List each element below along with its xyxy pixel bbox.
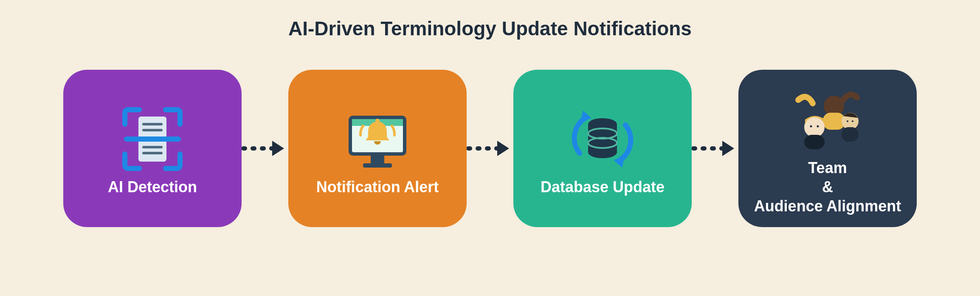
database-sync-icon bbox=[564, 101, 641, 177]
svg-rect-10 bbox=[371, 156, 384, 163]
step-label: Notification Alert bbox=[316, 177, 439, 196]
svg-point-26 bbox=[847, 120, 848, 122]
step-label: AI Detection bbox=[108, 177, 197, 196]
step-ai-detection: AI Detection bbox=[63, 70, 242, 227]
step-label: Team&Audience Alignment bbox=[754, 158, 901, 216]
svg-rect-21 bbox=[842, 127, 859, 142]
svg-point-24 bbox=[810, 125, 812, 127]
svg-rect-23 bbox=[804, 135, 825, 149]
team-icon bbox=[787, 82, 868, 158]
arrow-icon bbox=[692, 138, 738, 159]
page-title: AI-Driven Terminology Update Notificatio… bbox=[0, 0, 980, 40]
step-database-update: Database Update bbox=[513, 70, 692, 227]
step-label: Database Update bbox=[541, 177, 665, 196]
arrow-icon bbox=[467, 138, 513, 159]
step-team-audience-alignment: Team&Audience Alignment bbox=[738, 70, 917, 227]
svg-point-25 bbox=[817, 125, 819, 127]
monitor-bell-icon bbox=[339, 101, 416, 177]
process-flow: AI Detection bbox=[0, 70, 980, 227]
svg-point-27 bbox=[852, 120, 853, 122]
svg-rect-11 bbox=[363, 163, 392, 168]
svg-point-12 bbox=[375, 119, 380, 123]
step-notification-alert: Notification Alert bbox=[288, 70, 467, 227]
document-scan-icon bbox=[116, 101, 189, 177]
arrow-icon bbox=[242, 138, 288, 159]
